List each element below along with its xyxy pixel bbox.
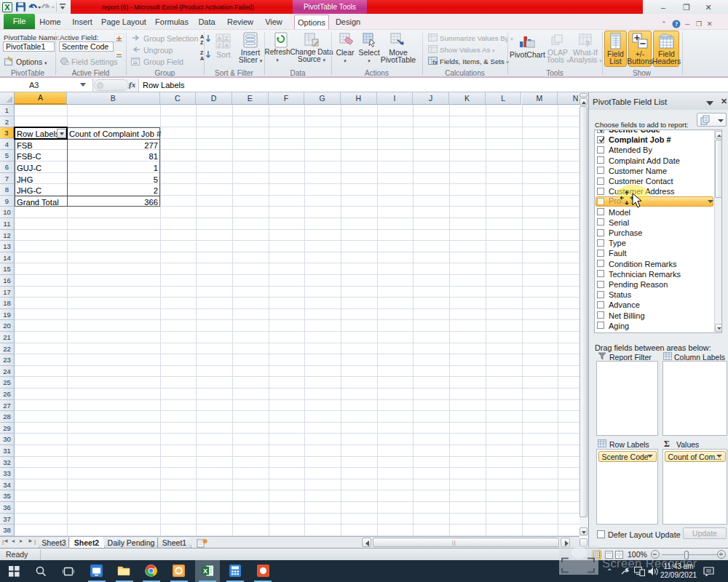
svg-text:fx: fx [432, 59, 438, 65]
svg-text:Z: Z [225, 36, 229, 41]
svg-text:A: A [200, 56, 204, 60]
svg-text:?: ? [585, 40, 590, 48]
svg-text:A: A [225, 43, 229, 48]
svg-text:X: X [203, 567, 207, 575]
svg-text:Z: Z [200, 50, 204, 55]
svg-text:X: X [4, 3, 10, 12]
svg-text:?: ? [675, 20, 678, 28]
svg-text:A: A [218, 36, 221, 41]
svg-text:Z: Z [218, 43, 221, 48]
svg-text:A: A [200, 34, 204, 39]
svg-text:Z: Z [200, 40, 204, 44]
